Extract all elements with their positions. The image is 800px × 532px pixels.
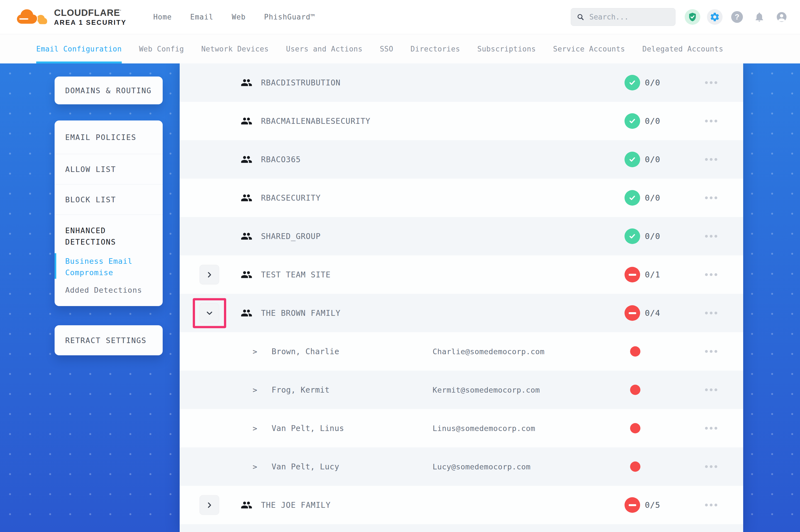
- tab-email-configuration[interactable]: Email Configuration: [36, 34, 122, 63]
- member-count: 0/0: [645, 78, 660, 88]
- status-flag-dot: [630, 462, 640, 472]
- minus-circle-icon: [624, 267, 640, 282]
- tab-delegated-accounts[interactable]: Delegated Accounts: [642, 34, 723, 63]
- header-nav: HomeEmailWebPhishGuard™: [153, 13, 315, 21]
- table-row-group[interactable]: TEST TEAM SITE0/1: [180, 255, 743, 294]
- row-menu-button[interactable]: [705, 386, 717, 394]
- group-icon: [241, 192, 252, 204]
- row-menu-button[interactable]: [705, 117, 717, 125]
- top-header: CLOUDFLARE' AREA 1 SECURITY HomeEmailWeb…: [0, 0, 800, 34]
- member-email: Kermit@somedemocorp.com: [433, 386, 540, 394]
- sidebar-item-label: EMAIL POLICIES: [65, 133, 137, 141]
- help-icon: ?: [731, 11, 743, 23]
- collapse-group-button[interactable]: [199, 303, 219, 323]
- sidebar-item-retract-settings[interactable]: RETRACT SETTINGS: [55, 325, 163, 355]
- shield-check-icon: [688, 12, 697, 22]
- group-name: RBACSECURITY: [261, 193, 321, 203]
- search-box[interactable]: [571, 8, 675, 26]
- status-blocked-badge: 0/5: [624, 497, 660, 513]
- member-email: Charlie@somedemocorp.com: [433, 347, 545, 356]
- status-flag-dot: [630, 385, 640, 395]
- member-count: 0/0: [645, 116, 660, 126]
- sidebar-item-block-list[interactable]: BLOCK LIST: [55, 185, 163, 215]
- group-name: SHARED_GROUP: [261, 232, 321, 241]
- nav-phishguard[interactable]: PhishGuard™: [264, 13, 315, 21]
- row-menu-button[interactable]: [705, 462, 717, 471]
- table-row-member[interactable]: >Brown, CharlieCharlie@somedemocorp.com: [180, 332, 743, 370]
- tab-sso[interactable]: SSO: [380, 34, 393, 63]
- table-row-group[interactable]: THE JOE FAMILY0/5: [180, 486, 743, 524]
- sidebar-item-email-policies[interactable]: EMAIL POLICIES: [55, 120, 163, 154]
- tab-users-and-actions[interactable]: Users and Actions: [286, 34, 363, 63]
- row-menu-button[interactable]: [705, 232, 717, 241]
- expand-group-button[interactable]: [199, 265, 219, 285]
- row-menu-button[interactable]: [705, 424, 717, 432]
- nav-home[interactable]: Home: [153, 13, 172, 21]
- sidebar-item-business-email-compromise[interactable]: Business Email Compromise: [65, 255, 152, 278]
- account-button[interactable]: [774, 9, 789, 25]
- expander-cell: [199, 495, 219, 515]
- expand-group-button[interactable]: [199, 495, 219, 515]
- member-chevron-icon[interactable]: >: [253, 424, 257, 433]
- nav-web[interactable]: Web: [232, 13, 246, 21]
- table-row-group[interactable]: THE BROWN FAMILY0/4: [180, 294, 743, 332]
- sidebar-item-allow-list[interactable]: ALLOW LIST: [55, 154, 163, 185]
- row-menu-button[interactable]: [705, 270, 717, 279]
- notifications-button[interactable]: [751, 9, 767, 25]
- table-row-group[interactable]: RBACO3650/0: [180, 140, 743, 178]
- sidebar-section-enhanced-detections: ENHANCED DETECTIONS Business Email Compr…: [55, 215, 163, 306]
- member-chevron-icon[interactable]: >: [253, 347, 257, 356]
- row-menu-button[interactable]: [705, 155, 717, 164]
- row-menu-button[interactable]: [705, 78, 717, 87]
- sidebar-item-added-detections[interactable]: Added Detections: [65, 286, 152, 294]
- brand-text: CLOUDFLARE' AREA 1 SECURITY: [54, 8, 126, 26]
- table-row-group[interactable]: RBACMAILENABLESECURITY0/0: [180, 102, 743, 140]
- group-name: THE BROWN FAMILY: [261, 308, 341, 318]
- row-menu-button[interactable]: [705, 194, 717, 202]
- member-email: Linus@somedemocorp.com: [433, 424, 535, 433]
- table-row-group[interactable]: RBACSECURITY0/0: [180, 178, 743, 217]
- tab-web-config[interactable]: Web Config: [139, 34, 184, 63]
- member-count: 0/1: [645, 270, 660, 279]
- group-icon: [241, 269, 252, 281]
- table-row-member[interactable]: >Van Pelt, LucyLucy@somedemocorp.com: [180, 448, 743, 486]
- row-menu-button[interactable]: [705, 501, 717, 509]
- settings-button[interactable]: [707, 9, 723, 25]
- group-icon: [241, 115, 252, 127]
- member-chevron-icon[interactable]: >: [253, 462, 257, 471]
- tab-service-accounts[interactable]: Service Accounts: [553, 34, 625, 63]
- enhanced-detections-title: ENHANCED DETECTIONS: [65, 225, 152, 248]
- status-flag-dot: [630, 346, 640, 357]
- table-row-group[interactable]: RBACDISTRUBUTION0/0: [180, 63, 743, 102]
- member-chevron-icon[interactable]: >: [253, 386, 257, 394]
- row-menu-button[interactable]: [705, 347, 717, 356]
- group-icon: [241, 499, 252, 511]
- tab-directories[interactable]: Directories: [411, 34, 460, 63]
- search-input[interactable]: [589, 13, 670, 21]
- member-count: 0/4: [645, 308, 660, 318]
- table-row-member[interactable]: >Frog, KermitKermit@somedemocorp.com: [180, 370, 743, 409]
- status-blocked-badge: 0/1: [624, 267, 660, 282]
- sidebar-item-label: DOMAINS & ROUTING: [65, 86, 151, 95]
- status-ok-badge: 0/0: [624, 152, 660, 167]
- tab-subscriptions[interactable]: Subscriptions: [477, 34, 536, 63]
- check-circle-icon: [624, 190, 640, 206]
- row-menu-button[interactable]: [705, 309, 717, 317]
- brand-line2: AREA 1 SECURITY: [54, 19, 126, 26]
- check-circle-icon: [624, 228, 640, 244]
- sidebar-item-domains-routing[interactable]: DOMAINS & ROUTING: [55, 77, 163, 104]
- brand-line1: CLOUDFLARE: [54, 7, 120, 18]
- help-button[interactable]: ?: [729, 9, 745, 25]
- member-count: 0/5: [645, 500, 660, 510]
- table-row-member[interactable]: >Van Pelt, LinusLinus@somedemocorp.com: [180, 409, 743, 448]
- sidebar-item-label: BLOCK LIST: [65, 195, 116, 204]
- member-name: Frog, Kermit: [272, 385, 329, 395]
- status-blocked-badge: 0/4: [624, 305, 660, 321]
- tab-network-devices[interactable]: Network Devices: [201, 34, 269, 63]
- table-row-group[interactable]: SHARED_GROUP0/0: [180, 217, 743, 255]
- group-icon: [241, 154, 252, 165]
- account-icon: [776, 11, 787, 23]
- status-ok-badge: 0/0: [624, 113, 660, 129]
- shield-check-button[interactable]: [685, 9, 700, 25]
- nav-email[interactable]: Email: [190, 13, 213, 21]
